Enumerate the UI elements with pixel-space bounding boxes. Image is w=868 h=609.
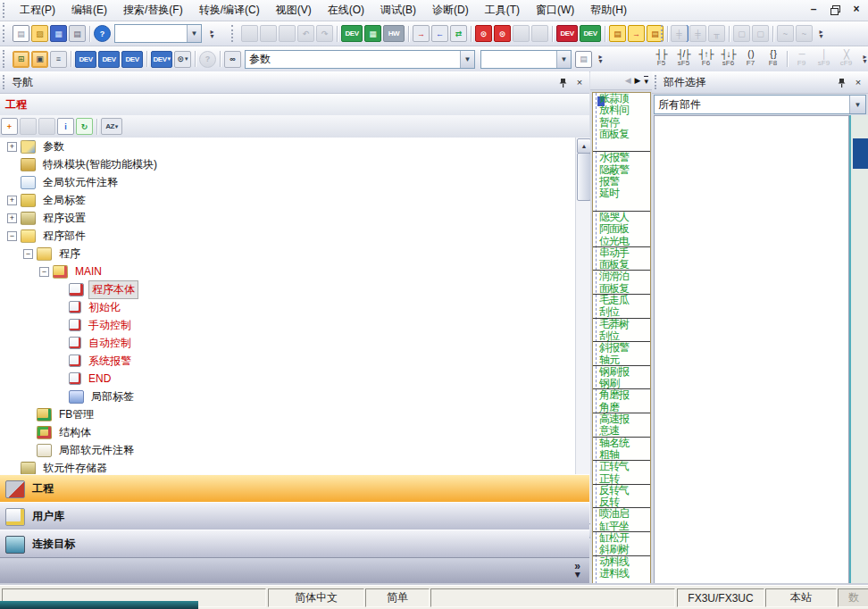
close-panel-icon[interactable]: × bbox=[851, 76, 865, 89]
ladder-test1-icon[interactable]: ╪ bbox=[671, 25, 688, 42]
output-window-icon[interactable]: ≡ bbox=[50, 51, 67, 68]
horizontal-line-button[interactable]: ─F9 bbox=[791, 48, 812, 70]
tree-item-7[interactable]: −MAIN bbox=[0, 263, 575, 280]
find-history-combo[interactable]: ▼ bbox=[480, 50, 572, 69]
cross-reference-icon[interactable]: ⊙▾ bbox=[174, 51, 191, 68]
tree-item-5[interactable]: −程序部件 bbox=[0, 227, 575, 245]
find-target-combo[interactable]: 参数▼ bbox=[245, 50, 475, 69]
element-filter-combo[interactable]: 所有部件 ▼ bbox=[654, 95, 866, 114]
chevron-down-icon[interactable]: ▼ bbox=[556, 51, 571, 68]
sampling-trace1-icon[interactable]: ~ bbox=[777, 25, 794, 42]
menu-item-6[interactable]: 调试(B) bbox=[372, 0, 424, 21]
statement-icon[interactable]: ▤ bbox=[609, 25, 626, 42]
new-data-icon[interactable]: + bbox=[1, 118, 18, 135]
device-buffer-icon[interactable]: HW bbox=[383, 25, 405, 42]
forced-input-icon[interactable]: ▢ bbox=[733, 25, 750, 42]
application-instruction-button[interactable]: { }F8 bbox=[763, 48, 783, 70]
menu-item-9[interactable]: 窗口(W) bbox=[528, 0, 582, 21]
print-icon[interactable]: ▤ bbox=[69, 25, 86, 42]
pin-icon[interactable] bbox=[834, 76, 848, 89]
tree-expand-icon[interactable]: + bbox=[7, 196, 17, 205]
new-icon[interactable]: ▤ bbox=[13, 25, 29, 42]
redo-icon[interactable]: ↷ bbox=[316, 25, 333, 42]
menu-item-3[interactable]: 转换/编译(C) bbox=[191, 0, 268, 21]
menu-item-0[interactable]: 工程(P) bbox=[12, 0, 63, 21]
ladder-editor-collapsed[interactable]: 账蒜顶放料间暂停面板复水报警隐蔽警报警延时隐哭人阿面板位光电串动手面板复润滑泊面… bbox=[592, 92, 651, 585]
forced-output-icon[interactable]: ▢ bbox=[752, 25, 769, 42]
note-icon[interactable]: → bbox=[628, 25, 645, 42]
find-document-icon[interactable]: ▤ bbox=[575, 51, 592, 68]
tree-item-13[interactable]: END bbox=[0, 370, 575, 388]
scroll-up-icon[interactable]: ▲ bbox=[577, 138, 591, 154]
tree-item-15[interactable]: FB管理 bbox=[0, 405, 575, 423]
copy-icon[interactable] bbox=[260, 25, 277, 42]
help-icon[interactable]: ? bbox=[94, 25, 111, 42]
nav-mode-连接目标[interactable]: 连接目标 bbox=[0, 530, 589, 559]
tree-item-0[interactable]: +参数 bbox=[0, 138, 575, 155]
nav-mode-工程[interactable]: 工程 bbox=[0, 474, 589, 504]
close-panel-icon[interactable]: × bbox=[572, 76, 587, 89]
project-view-tab[interactable]: 工程 bbox=[0, 94, 589, 116]
tree-item-6[interactable]: −程序 bbox=[0, 245, 575, 263]
cut-icon[interactable] bbox=[241, 25, 258, 42]
tree-item-14[interactable]: 局部标签 bbox=[0, 388, 575, 405]
contact-close-button[interactable]: ┤/├sF5 bbox=[673, 48, 694, 70]
menu-item-2[interactable]: 搜索/替换(F) bbox=[115, 0, 191, 21]
coil-button[interactable]: ( )F7 bbox=[740, 48, 761, 70]
find-toolbar-overflow-icon[interactable]: ▸▾ bbox=[595, 50, 606, 68]
paste-icon[interactable] bbox=[279, 25, 296, 42]
open-icon[interactable]: ▨ bbox=[31, 25, 48, 42]
ladder-test2-icon[interactable]: ╪ bbox=[689, 25, 706, 42]
tree-item-4[interactable]: +程序设置 bbox=[0, 209, 575, 227]
tree-item-2[interactable]: 全局软元件注释 bbox=[0, 173, 575, 191]
standard-toolbar-overflow-icon[interactable]: ▸▾ bbox=[206, 25, 218, 43]
context-help-icon[interactable]: ? bbox=[199, 51, 216, 68]
chevron-down-icon[interactable]: ▼ bbox=[460, 51, 474, 68]
sort-icon[interactable]: AZ▾ bbox=[101, 118, 122, 135]
nav-mode-用户库[interactable]: 用户库 bbox=[0, 502, 589, 531]
doc-tab-scroll-right-icon[interactable]: ▶ bbox=[635, 76, 641, 85]
tree-expand-icon[interactable]: − bbox=[39, 267, 49, 277]
menu-item-7[interactable]: 诊断(D) bbox=[424, 0, 477, 21]
tree-item-10[interactable]: 手动控制 bbox=[0, 316, 575, 334]
device-memory-display-icon[interactable]: DEV bbox=[98, 51, 120, 68]
scrollbar-thumb[interactable] bbox=[577, 153, 591, 201]
pulse-test-icon[interactable]: ╥ bbox=[708, 25, 725, 42]
tree-expand-icon[interactable]: − bbox=[7, 231, 17, 241]
device-batch-monitor-icon[interactable]: DEV bbox=[580, 25, 601, 42]
device-test-icon[interactable]: DEV bbox=[556, 25, 578, 42]
tree-item-12[interactable]: 系统报警 bbox=[0, 352, 575, 370]
tree-item-3[interactable]: +全局标签 bbox=[0, 191, 575, 209]
menu-item-5[interactable]: 在线(O) bbox=[320, 0, 372, 21]
nav-overflow-chevron[interactable]: »▾ bbox=[574, 563, 580, 579]
pulse-falling-button[interactable]: ┤↓├sF6 bbox=[718, 48, 739, 70]
monitor-start-icon[interactable]: ⊙ bbox=[475, 25, 492, 42]
device-monitor-icon[interactable]: ▦ bbox=[364, 25, 381, 42]
element-list[interactable] bbox=[654, 115, 849, 585]
menu-item-10[interactable]: 帮助(H) bbox=[582, 0, 635, 21]
monitor-stop-icon[interactable]: ⊙ bbox=[494, 25, 511, 42]
doc-tab-scroll-left-icon[interactable]: ◀ bbox=[625, 76, 631, 85]
tree-item-9[interactable]: 初始化 bbox=[0, 298, 575, 316]
tree-item-16[interactable]: 结构体 bbox=[0, 423, 575, 441]
menu-item-8[interactable]: 工具(T) bbox=[477, 0, 528, 21]
paste-data-icon[interactable] bbox=[38, 118, 55, 135]
tree-item-11[interactable]: 自动控制 bbox=[0, 334, 575, 352]
verify-with-plc-icon[interactable]: ⇄ bbox=[450, 25, 467, 42]
data-property-icon[interactable]: i bbox=[57, 118, 74, 135]
minimize-button[interactable]: – bbox=[805, 2, 822, 16]
contact-open-button[interactable]: ┤├F5 bbox=[651, 48, 672, 70]
tree-item-8[interactable]: 程序本体 bbox=[0, 280, 575, 298]
navigation-window-icon[interactable]: ⊞ bbox=[13, 51, 29, 68]
tree-item-1[interactable]: 特殊模块(智能功能模块) bbox=[0, 155, 575, 173]
refresh-view-icon[interactable]: ↻ bbox=[76, 118, 93, 135]
device-find-icon[interactable]: DEV bbox=[341, 25, 363, 42]
chevron-down-icon[interactable]: ▼ bbox=[187, 25, 201, 42]
recent-file-combo[interactable]: ▼ bbox=[114, 24, 202, 43]
tree-expand-icon[interactable]: + bbox=[7, 213, 17, 223]
tree-item-17[interactable]: 局部软元件注释 bbox=[0, 441, 575, 459]
monitor-pause-icon[interactable] bbox=[513, 25, 530, 42]
delete-line-button[interactable]: ╳cF9 bbox=[836, 48, 856, 70]
chevron-down-icon[interactable]: ▼ bbox=[849, 96, 865, 113]
comment-display-mode-icon[interactable]: DEV▾ bbox=[151, 51, 172, 68]
